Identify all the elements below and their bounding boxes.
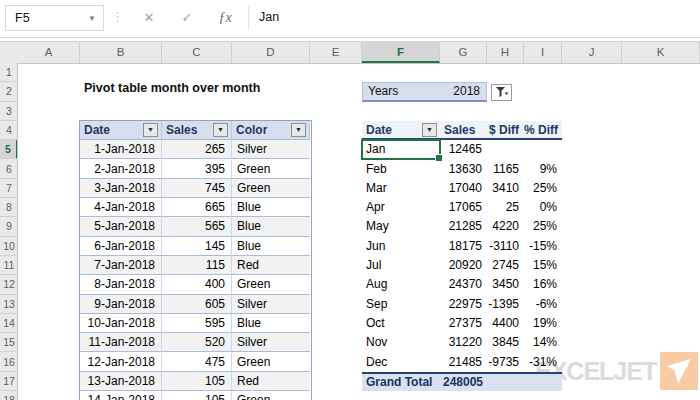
source-header-sales[interactable]: Sales▼ <box>162 121 232 140</box>
pivot-date-filter-dropdown[interactable]: ▼ <box>422 123 437 137</box>
source-header-color[interactable]: Color▼ <box>232 121 310 140</box>
source-cell[interactable]: 10-Jan-2018 <box>80 314 162 333</box>
pivot-cell[interactable]: 12465 <box>440 140 487 159</box>
pivot-cell[interactable]: Jul <box>362 256 440 275</box>
source-cell[interactable]: 605 <box>162 295 232 314</box>
pivot-cell[interactable]: -31% <box>524 353 562 372</box>
row-header-4[interactable]: 4 <box>0 121 18 140</box>
source-cell[interactable]: 665 <box>162 198 232 217</box>
column-header-E[interactable]: E <box>310 42 362 63</box>
row-header-15[interactable]: 15 <box>0 333 18 352</box>
pivot-grand-total-row[interactable]: Grand Total248005 <box>362 372 562 391</box>
name-box-arrow-icon[interactable]: ▼ <box>88 14 103 23</box>
pivot-cell[interactable]: Feb <box>362 160 440 179</box>
pivot-cell[interactable]: 24370 <box>440 275 487 294</box>
source-cell[interactable]: 565 <box>162 217 232 236</box>
pivot-cell[interactable]: 1165 <box>487 160 524 179</box>
source-cell[interactable]: 6-Jan-2018 <box>80 237 162 256</box>
source-cell[interactable]: Green <box>232 179 310 198</box>
source-cell[interactable]: Blue <box>232 314 310 333</box>
source-cell[interactable]: 5-Jan-2018 <box>80 217 162 236</box>
pivot-cell[interactable]: 0% <box>524 198 562 217</box>
source-cell[interactable]: 11-Jan-2018 <box>80 333 162 352</box>
pivot-cell[interactable]: 13630 <box>440 160 487 179</box>
source-cell[interactable]: 1-Jan-2018 <box>80 140 162 159</box>
formula-input[interactable]: Jan <box>259 10 279 24</box>
pivot-cell[interactable]: 16% <box>524 275 562 294</box>
pivot-cell[interactable]: 2745 <box>487 256 524 275</box>
enter-icon[interactable]: ✓ <box>174 7 200 29</box>
source-cell[interactable]: 4-Jan-2018 <box>80 198 162 217</box>
pivot-cell[interactable]: 25 <box>487 198 524 217</box>
source-cell[interactable]: 475 <box>162 353 232 372</box>
column-header-I[interactable]: I <box>524 42 562 63</box>
years-filter-button[interactable] <box>491 84 512 101</box>
row-header-2[interactable]: 2 <box>0 82 18 101</box>
source-cell[interactable]: Blue <box>232 217 310 236</box>
pivot-cell[interactable]: 31220 <box>440 333 487 352</box>
pivot-cell[interactable]: 4220 <box>487 217 524 236</box>
pivot-header-%diff[interactable]: % Diff <box>524 121 562 140</box>
row-header-17[interactable]: 17 <box>0 372 18 391</box>
source-cell[interactable]: Silver <box>232 140 310 159</box>
pivot-cell[interactable]: Aug <box>362 275 440 294</box>
source-header-date[interactable]: Date▼ <box>80 121 162 140</box>
pivot-cell[interactable]: -9735 <box>487 353 524 372</box>
pivot-cell[interactable]: 3845 <box>487 333 524 352</box>
pivot-cell[interactable]: Nov <box>362 333 440 352</box>
source-cell[interactable]: 2-Jan-2018 <box>80 160 162 179</box>
pivot-header-date[interactable]: Date▼ <box>362 121 440 140</box>
row-header-16[interactable]: 16 <box>0 353 18 372</box>
pivot-cell[interactable]: 20920 <box>440 256 487 275</box>
source-cell[interactable]: Green <box>232 353 310 372</box>
row-header-18[interactable]: 18 <box>0 391 18 400</box>
pivot-cell[interactable]: 3450 <box>487 275 524 294</box>
source-cell[interactable]: 265 <box>162 140 232 159</box>
pivot-cell[interactable]: -15% <box>524 237 562 256</box>
source-cell[interactable]: Green <box>232 275 310 294</box>
row-header-14[interactable]: 14 <box>0 314 18 333</box>
pivot-cell[interactable]: 27375 <box>440 314 487 333</box>
pivot-header-$diff[interactable]: $ Diff <box>487 121 524 140</box>
row-header-6[interactable]: 6 <box>0 160 18 179</box>
source-cell[interactable]: 105 <box>162 391 232 400</box>
row-header-1[interactable]: 1 <box>0 63 18 82</box>
column-header-G[interactable]: G <box>440 42 487 63</box>
pivot-cell[interactable]: 9% <box>524 160 562 179</box>
pivot-header-sales[interactable]: Sales <box>440 121 487 140</box>
row-header-7[interactable]: 7 <box>0 179 18 198</box>
source-cell[interactable]: Silver <box>232 295 310 314</box>
pivot-cell[interactable]: Jun <box>362 237 440 256</box>
source-cell[interactable]: 400 <box>162 275 232 294</box>
source-cell[interactable]: 14-Jan-2018 <box>80 391 162 400</box>
source-cell[interactable]: Red <box>232 256 310 275</box>
source-cell[interactable]: 145 <box>162 237 232 256</box>
pivot-cell[interactable]: 17040 <box>440 179 487 198</box>
pivot-cell[interactable]: 19% <box>524 314 562 333</box>
pivot-cell[interactable]: -6% <box>524 295 562 314</box>
pivot-cell[interactable]: 15% <box>524 256 562 275</box>
source-cell[interactable]: Silver <box>232 333 310 352</box>
pivot-cell[interactable]: 17065 <box>440 198 487 217</box>
row-header-9[interactable]: 9 <box>0 217 18 236</box>
pivot-cell[interactable]: 25% <box>524 179 562 198</box>
filter-dropdown-date[interactable]: ▼ <box>143 123 158 137</box>
column-header-J[interactable]: J <box>562 42 622 63</box>
filter-dropdown-sales[interactable]: ▼ <box>213 123 228 137</box>
source-cell[interactable]: 105 <box>162 372 232 391</box>
pivot-cell[interactable]: -3110 <box>487 237 524 256</box>
row-header-11[interactable]: 11 <box>0 256 18 275</box>
source-cell[interactable]: 12-Jan-2018 <box>80 353 162 372</box>
column-header-A[interactable]: A <box>18 42 80 63</box>
cancel-icon[interactable]: ✕ <box>136 7 162 29</box>
source-cell[interactable]: Blue <box>232 198 310 217</box>
row-header-10[interactable]: 10 <box>0 237 18 256</box>
column-header-H[interactable]: H <box>487 42 524 63</box>
pivot-cell[interactable]: Oct <box>362 314 440 333</box>
pivot-cell[interactable]: Apr <box>362 198 440 217</box>
sheet-title[interactable]: Pivot table month over month <box>84 81 260 95</box>
source-cell[interactable]: 13-Jan-2018 <box>80 372 162 391</box>
column-header-B[interactable]: B <box>80 42 162 63</box>
pivot-cell[interactable]: 3410 <box>487 179 524 198</box>
pivot-cell[interactable]: -1395 <box>487 295 524 314</box>
